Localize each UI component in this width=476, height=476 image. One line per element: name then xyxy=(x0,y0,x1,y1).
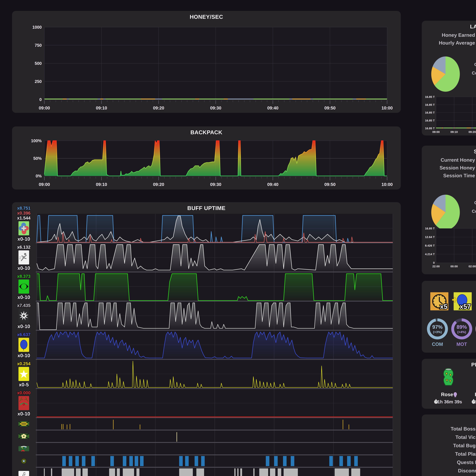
statmonitor-dashboard: HONEY/SEC 1000750500250009:0009:1009:200… xyxy=(0,0,476,476)
session-y-label: 16.85 T xyxy=(425,227,435,230)
mark-boost-icon xyxy=(18,221,29,235)
ring-delta: (+3%) xyxy=(433,330,442,334)
x-tick-label: 09:50 xyxy=(324,182,336,187)
buff-multiplier-label: x8.373 xyxy=(17,274,31,279)
ring-mot: 89%(+4%)MOT xyxy=(453,320,471,347)
mini-x-label: 09:00 xyxy=(432,130,440,134)
x-tick-label: 09:30 xyxy=(210,105,221,110)
x-tick-label: 09:40 xyxy=(267,182,278,187)
buff-range-label: x0-10 xyxy=(17,323,30,329)
buff-uptime-chart: x8.751x0.396x1.544x0-10x6.132x0-10x8.373… xyxy=(12,202,401,476)
buff-range-label: x0-10 xyxy=(17,236,30,242)
session-x-label: 22:00 xyxy=(432,265,440,268)
backpack-chart: 100%50%0%09:0009:1009:2009:3009:4009:501… xyxy=(12,126,401,189)
session-x-label: 00:00 xyxy=(450,265,458,268)
planter-timer: 1h 36m 39s xyxy=(438,399,462,404)
buff-multiplier-label: x6.132 xyxy=(17,245,31,250)
pop-star-icon xyxy=(18,309,29,323)
x-tick-label: 09:00 xyxy=(39,182,50,187)
x-tick-label: 09:50 xyxy=(324,105,336,110)
x-tick-label: 09:00 xyxy=(39,105,50,110)
melody-glyph: ♫ xyxy=(22,471,26,476)
purple-puff-icon xyxy=(454,392,457,397)
stats-content: Total Boss Kills0Total Vic Kills0Total B… xyxy=(422,414,476,476)
ring-delta: (+4%) xyxy=(457,330,466,334)
y-tick-label: 750 xyxy=(35,43,42,48)
ring-name: MOT xyxy=(456,341,467,347)
focus-icon xyxy=(18,279,29,294)
buff-range-label: x0-10 xyxy=(17,411,30,416)
ring-pct: 89% xyxy=(457,324,467,330)
session-content: Current Honey16.85 TSession Honey16.85 T… xyxy=(422,146,476,274)
kv-label: Session Time xyxy=(443,173,475,178)
stat-label: Quests Done xyxy=(457,459,476,465)
stat-label: Total Planters xyxy=(455,451,476,457)
stat-label: Total Bug Kills xyxy=(453,443,476,448)
mini-y-label: 16.85 T xyxy=(425,95,435,99)
mini-y-label: 16.85 T xyxy=(425,127,435,130)
kv-label: Session Honey xyxy=(440,165,475,170)
mini-y-label: 16.85 T xyxy=(425,119,435,122)
buff-range-label: x0-5 xyxy=(19,382,29,387)
ring-pct: 97% xyxy=(432,324,442,330)
session-y-label: 4.214 T xyxy=(425,253,435,256)
session-panel: SESSION Current Honey16.85 TSession Hone… xyxy=(422,146,476,274)
planter-timer: 1h 36m 39s xyxy=(475,399,476,404)
legend-label: Convert xyxy=(472,209,476,214)
buff-range-label: x0-10 xyxy=(17,294,30,300)
rose-planter-icon xyxy=(444,368,453,385)
legend-label: Gather xyxy=(474,200,476,205)
y-tick-label: 50% xyxy=(33,156,42,161)
x-tick-label: 10:00 xyxy=(381,182,393,187)
buff-range-label: x0-10 xyxy=(17,265,30,271)
x-tick-label: 09:10 xyxy=(96,182,107,187)
buff-range-label: x0-10 xyxy=(17,353,30,358)
festive-icon xyxy=(18,396,29,410)
buff-multiplier-label: x1.544 xyxy=(17,216,31,221)
planter-name: Rose xyxy=(441,392,453,397)
y-tick-label: 250 xyxy=(35,79,42,84)
y-tick-label: 0 xyxy=(39,97,42,102)
flower-mark-icon xyxy=(18,434,29,439)
x-tick-label: 10:00 xyxy=(381,105,393,110)
buff-multiplier-label: x6.637 xyxy=(17,332,31,337)
kv-label: Current Honey xyxy=(441,157,475,163)
ring-name: COM xyxy=(432,341,443,347)
mini-y-label: 16.85 T xyxy=(425,111,435,114)
blue-boost-icon xyxy=(18,338,29,352)
y-tick-label: 1000 xyxy=(32,25,42,30)
kv-label: Hourly Average xyxy=(439,40,475,46)
session-y-label: 0 xyxy=(433,261,435,264)
stat-label: Total Boss Kills xyxy=(451,426,476,432)
buff-tile-value: x57 xyxy=(460,303,471,310)
buffs-content: x5x57x5.87x0x397%(+3%)COM89%(+4%)MOT97%S… xyxy=(422,281,476,353)
mini-y-label: 16.85 T xyxy=(425,103,435,106)
mini-x-label: 09:20 xyxy=(469,130,476,134)
backpack-panel: BACKPACK 100%50%0%09:0009:1009:2009:3009… xyxy=(12,126,401,189)
buff-multiplier-label: x7.435 xyxy=(17,303,31,308)
planters-panel: PLANTERS Rose1h 36m 39sBamboo1h 36m 39sB… xyxy=(422,359,476,409)
kv-label: Honey Earned xyxy=(442,32,475,38)
buff-multiplier-label: x8.751 xyxy=(17,206,31,211)
y-tick-label: 0% xyxy=(36,174,42,178)
buffs-panel: BUFFS x5x57x5.87x0x397%(+3%)COM89%(+4%)M… xyxy=(422,281,476,353)
x-tick-label: 09:30 xyxy=(210,182,221,187)
buff-multiplier-label: x0.396 xyxy=(17,211,31,216)
y-tick-label: 100% xyxy=(31,138,42,143)
buff-multiplier-label: x0.254 xyxy=(17,361,31,366)
star-icon xyxy=(18,367,29,381)
last-hour-panel: LAST HOUR Honey Earned0Hourly Average2.4… xyxy=(422,21,476,136)
x-tick-label: 09:20 xyxy=(153,105,164,110)
haste-icon xyxy=(18,250,29,264)
melody-icon: ♫ xyxy=(18,471,29,476)
stat-label: Total Vic Kills xyxy=(456,434,476,440)
session-y-label: 8.426 T xyxy=(425,244,435,247)
session-x-label: 02:00 xyxy=(469,265,476,268)
legend-label: Gather xyxy=(474,62,476,67)
session-y-label: 12.64 T xyxy=(425,236,435,238)
honey-mark-icon xyxy=(18,421,29,426)
mini-x-label: 09:10 xyxy=(450,130,458,134)
stat-label: Disconnects xyxy=(458,468,476,474)
wreath-icon xyxy=(18,446,29,452)
stats-panel: STATS Total Boss Kills0Total Vic Kills0T… xyxy=(422,414,476,476)
